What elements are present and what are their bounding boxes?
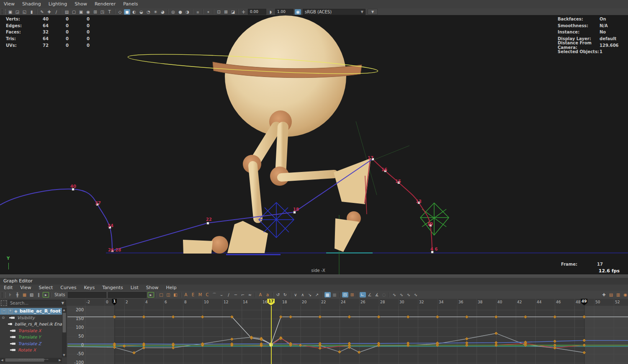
auto-mix-tangent-icon[interactable]: M — [197, 292, 203, 297]
scroll-right-arrow[interactable]: ▶ — [58, 358, 62, 362]
range-marker[interactable]: 49 — [581, 299, 587, 305]
motion-trail-future[interactable] — [373, 159, 432, 252]
scroll-up-arrow[interactable]: ▲ — [62, 308, 66, 312]
viewport-3d[interactable]: Verts:4000Edges:6400Faces:3200Tris:6400U… — [0, 15, 628, 274]
graph-editor-timeline[interactable]: -202468101214161820222426283032343638404… — [67, 299, 628, 306]
search-input[interactable]: Search... ▼ — [8, 300, 66, 306]
foot-control-octahedron-green[interactable] — [420, 203, 449, 235]
add-inbetween-tool-icon[interactable]: a — [265, 292, 271, 297]
color-management-icon[interactable]: ◉ — [295, 9, 301, 15]
isolate-select-icon[interactable]: ⌖ — [205, 9, 211, 15]
flat-tangent-icon[interactable]: − — [233, 292, 239, 297]
auto-frame-toggle-icon[interactable]: ▸ — [43, 292, 49, 297]
clamped-tangent-icon[interactable]: ⌣ — [219, 292, 225, 297]
chevron-down-icon[interactable]: ▼ — [361, 9, 363, 15]
normalized-view-icon[interactable]: ∡ — [374, 292, 380, 297]
right-shin[interactable] — [281, 174, 334, 177]
safe-title-icon[interactable]: ◳ — [99, 9, 106, 15]
pan-zoom-icon[interactable]: ✚ — [601, 292, 607, 297]
lock-tangent-weight-icon[interactable]: ↗ — [314, 292, 320, 297]
grease-pencil-icon[interactable]: ✎ — [39, 9, 45, 15]
swap-buffer-icon[interactable]: ◫ — [165, 292, 172, 297]
all-lights-icon[interactable]: ● — [177, 9, 183, 15]
unify-tangents-icon[interactable]: ∧ — [300, 292, 306, 297]
linear-tangent-icon[interactable]: ∕ — [226, 292, 232, 297]
insert-keys-icon[interactable]: ╫ — [14, 292, 21, 297]
graph-editor-curve-view[interactable]: 200150100500-50-100 — [67, 306, 628, 364]
left-shin[interactable] — [253, 166, 258, 218]
stats-time-field[interactable] — [68, 292, 106, 298]
add-keys-tool-icon[interactable]: A — [257, 292, 264, 297]
left-toe-box[interactable] — [183, 240, 213, 254]
vertical-scrollbar[interactable]: ▲ ▼ — [62, 308, 67, 357]
camera-attributes-icon[interactable]: ◲ — [14, 9, 21, 15]
current-time-line[interactable] — [271, 306, 272, 364]
shadows-icon[interactable]: ◑ — [184, 9, 190, 15]
ghost-view-icon[interactable]: ◌ — [381, 292, 387, 297]
curve-canvas[interactable] — [67, 306, 628, 364]
scroll-left-arrow[interactable]: ◀ — [0, 358, 4, 362]
menu-lighting[interactable]: Lighting — [45, 0, 71, 8]
textured-display-icon[interactable]: ◒ — [138, 9, 144, 15]
spline-tangent-icon[interactable]: ⌒ — [211, 292, 218, 297]
stacked-view-icon[interactable]: ∠ — [367, 292, 373, 297]
material-display-icon[interactable]: ◔ — [145, 9, 152, 15]
panel-resize-grip[interactable] — [19, 359, 48, 361]
resolution-gate-icon[interactable]: ▢ — [71, 9, 77, 15]
grease-pencil-add-icon[interactable]: ✚ — [46, 9, 52, 15]
time-snap-icon[interactable]: ▦ — [324, 292, 331, 297]
tree-channel-translate-y[interactable]: Translate Y — [0, 334, 62, 341]
shaded-wireframe-icon[interactable]: ◐ — [131, 9, 137, 15]
gamma-icon[interactable]: ◗ — [268, 9, 274, 15]
default-lighting-icon[interactable]: ◎ — [170, 9, 176, 15]
camera-icon[interactable]: ▣ — [7, 9, 13, 15]
untemplate-channel-icon[interactable]: ⊞ — [349, 292, 355, 297]
menu-renderer[interactable]: Renderer — [91, 0, 119, 8]
range-marker[interactable]: 1 — [112, 299, 117, 305]
post-infinity-cycle-icon[interactable]: ↻ — [282, 292, 288, 297]
snapshot-buffer-icon[interactable]: □ — [158, 292, 165, 297]
auto-ease-tangent-icon[interactable]: E — [190, 292, 196, 297]
auto-custom-tangent-icon[interactable]: C — [204, 292, 211, 297]
tree-channel-translate-z[interactable]: Translate Z — [0, 341, 62, 347]
move-nearest-picked-key-icon[interactable]: ⊦ — [7, 292, 13, 297]
stats-value-field[interactable] — [108, 292, 147, 298]
bookmark-icon[interactable]: ▮ — [28, 9, 35, 15]
trax-panel-icon[interactable]: ▥ — [615, 292, 621, 297]
pre-infinity-cycle-icon[interactable]: ↺ — [275, 292, 281, 297]
filter-icon[interactable] — [1, 300, 7, 306]
time-editor-panel-icon[interactable]: ◉ — [622, 292, 628, 297]
left-foot-wedge[interactable] — [227, 221, 268, 253]
auto-default-tangent-icon[interactable]: A — [183, 292, 189, 297]
value-snap-icon[interactable]: ▦ — [332, 292, 338, 297]
exposure-field[interactable]: 0.00 — [248, 9, 266, 15]
chevron-down-icon[interactable]: ▼ — [62, 300, 64, 306]
tree-channel-visibility[interactable]: ⊖Visibility — [0, 315, 62, 321]
camera-select-icon[interactable]: ◱ — [21, 9, 28, 15]
gamma-field[interactable]: 1.00 — [275, 9, 293, 15]
exposure-icon[interactable]: ✛ — [240, 9, 247, 15]
scroll-down-arrow[interactable]: ▼ — [62, 353, 66, 357]
menu-view[interactable]: View — [0, 0, 18, 8]
step-tangent-icon[interactable]: ⌐ — [240, 292, 246, 297]
film-gate-icon[interactable]: ▤ — [64, 9, 70, 15]
gate-mask-icon[interactable]: ▣ — [78, 9, 84, 15]
menu-panels[interactable]: Panels — [119, 0, 142, 8]
region-select-tool-icon[interactable]: ▧ — [28, 292, 35, 297]
collapse-circle-icon[interactable]: ⊖ — [2, 315, 6, 320]
image-plane-icon[interactable]: ◪ — [230, 9, 236, 15]
colorspace-expand-arrow[interactable]: ▼ — [368, 9, 378, 15]
menu-show[interactable]: Show — [71, 0, 91, 8]
classic-view-icon[interactable]: ∟ — [360, 292, 366, 297]
free-tangent-weight-icon[interactable]: ↘ — [307, 292, 313, 297]
current-frame-marker[interactable]: 17 — [267, 299, 275, 305]
dope-sheet-panel-icon[interactable]: ▤ — [608, 292, 614, 297]
snapshot-icon[interactable]: ⊡ — [216, 9, 222, 15]
menu-shading[interactable]: Shading — [18, 0, 45, 8]
grease-pencil-draw-icon[interactable]: ∕ — [53, 9, 59, 15]
plateau-tangent-icon[interactable]: ≈ — [247, 292, 253, 297]
tree-channel-ballie_rs_r_heel.ik-ena[interactable]: ballie_rs_R_heel.ik Ena — [0, 321, 62, 328]
safe-action-icon[interactable]: ⊞ — [92, 9, 98, 15]
tree-channel-translate-x[interactable]: Translate X — [0, 328, 62, 334]
colorspace-dropdown[interactable]: sRGB (ACES)▼ — [303, 9, 365, 15]
